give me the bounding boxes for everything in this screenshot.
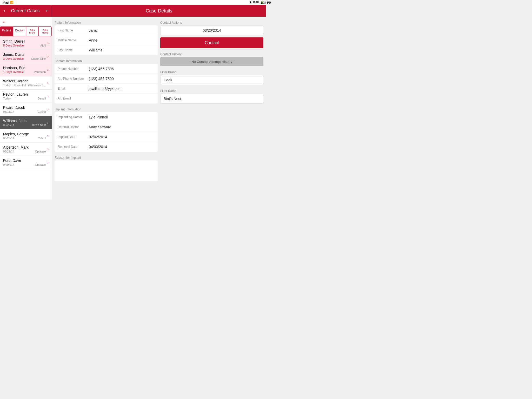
chevron-icon: › <box>47 54 49 58</box>
case-brand: Bird's Nest <box>32 123 46 127</box>
case-sub: 3 Days Overdue Option Elite <box>3 57 46 60</box>
search-icon[interactable]: ⌕ <box>3 19 5 24</box>
case-item[interactable]: Ford, Dave 04/04/14 Optease › <box>0 156 52 169</box>
case-sub: 03/11/14 Celect <box>3 110 46 113</box>
case-date: 03/29/14 <box>3 150 14 153</box>
detail-right-column: Contact Actions 03/20/2014 Contact Conta… <box>160 19 263 184</box>
email-label: Email <box>58 87 89 90</box>
tab-patient[interactable]: Patient <box>0 26 13 36</box>
patient-info-label: Patient Information <box>55 19 158 25</box>
filter-brand-label: Filter Brand <box>160 69 263 75</box>
filter-name-value: Bird's Nest <box>160 94 263 104</box>
alt-phone-value: (123) 456-7890 <box>89 77 155 81</box>
last-name-value: Williams <box>89 48 155 52</box>
add-case-button[interactable]: + <box>45 8 48 14</box>
case-name: Albertson, Mark <box>3 145 46 149</box>
wifi-icon: 📶 <box>10 1 14 4</box>
case-item[interactable]: Jones, Diana 3 Days Overdue Option Elite… <box>0 50 52 63</box>
middle-name-label: Middle Name <box>58 38 89 42</box>
case-item[interactable]: Picard, Jacob 03/11/14 Celect › <box>0 103 52 116</box>
ipad-label: iPad <box>3 1 9 4</box>
implant-date-label: Implant Date <box>58 135 89 139</box>
app-container: ‹ Current Cases + ⌕ Patient Doctor Filte… <box>0 5 266 200</box>
case-date: Today <box>3 97 11 100</box>
case-brand: Celect <box>38 137 46 140</box>
contact-info-card: Phone Number (123) 456-7896 Alt. Phone N… <box>55 64 158 103</box>
chevron-icon: › <box>47 94 49 98</box>
case-item[interactable]: Harrison, Eric 1 Days Overdue Venatech › <box>0 63 52 76</box>
case-sub: 03/25/14 Celect <box>3 137 46 140</box>
case-date: 03/20/14 <box>3 123 14 127</box>
case-date: 03/11/14 <box>3 110 14 113</box>
contact-history-section: Contact History --No Contact Attempt His… <box>160 51 263 66</box>
contact-button[interactable]: Contact <box>160 37 263 48</box>
chevron-icon: › <box>47 81 49 85</box>
alt-phone-label: Alt. Phone Number <box>58 77 89 81</box>
case-sub: 04/04/14 Optease <box>3 163 46 166</box>
chevron-icon: › <box>47 107 49 111</box>
last-name-row: Last Name Williams <box>55 45 158 55</box>
tab-filter-name[interactable]: Filter Name <box>39 26 52 36</box>
case-content: Walters, Jordan Today Greenfield (Stainl… <box>3 79 46 87</box>
case-content: Harrison, Eric 1 Days Overdue Venatech <box>3 66 46 74</box>
tab-doctor[interactable]: Doctor <box>13 26 26 36</box>
contact-info-section: Contact Information Phone Number (123) 4… <box>55 58 158 103</box>
phone-value: (123) 456-7896 <box>89 67 155 71</box>
contact-actions-section: Contact Actions 03/20/2014 Contact <box>160 19 263 48</box>
case-item[interactable]: Albertson, Mark 03/29/14 Optease › <box>0 143 52 156</box>
case-item-selected[interactable]: Williams, Jana 03/20/14 Bird's Nest › <box>0 116 52 129</box>
case-brand: Option Elite <box>31 57 46 60</box>
right-panel: Case Details Patient Information First N… <box>52 5 266 200</box>
chevron-icon: › <box>47 68 49 72</box>
case-name: Peyton, Lauren <box>3 92 46 96</box>
filter-name-label: Filter Name <box>160 88 263 94</box>
referral-doctor-row: Referral Doctor Mary Steward <box>55 122 158 132</box>
detail-left-column: Patient Information First Name Jana Midd… <box>55 19 158 184</box>
case-sub: 5 Days Overdue ALN <box>3 44 46 47</box>
chevron-icon: › <box>47 41 49 45</box>
case-item[interactable]: Walters, Jordan Today Greenfield (Stainl… <box>0 76 52 90</box>
contact-actions-label: Contact Actions <box>160 19 263 25</box>
case-brand: ALN <box>40 44 46 47</box>
case-date: 3 Days Overdue <box>3 57 24 60</box>
case-brand: Optease <box>35 163 46 166</box>
case-item[interactable]: Smith, Darrell 5 Days Overdue ALN › <box>0 37 52 50</box>
implant-info-label: Implant Information <box>55 106 158 112</box>
case-name: Maples, George <box>3 132 46 136</box>
case-content: Maples, George 03/25/14 Celect <box>3 132 46 140</box>
case-date: Today <box>3 84 11 87</box>
first-name-value: Jana <box>89 28 155 32</box>
implant-info-card: Implanting Doctor Lyle Purnell Referral … <box>55 112 158 152</box>
alt-email-label: Alt. Email <box>58 97 89 100</box>
implanting-doctor-value: Lyle Purnell <box>89 115 155 119</box>
case-content: Peyton, Lauren Today Denali <box>3 92 46 100</box>
middle-name-row: Middle Name Anne <box>55 35 158 45</box>
email-row: Email jawilliams@yyx.com <box>55 84 158 94</box>
left-panel-title: Current Cases <box>11 8 40 14</box>
implant-info-section: Implant Information Implanting Doctor Ly… <box>55 106 158 152</box>
implanting-doctor-row: Implanting Doctor Lyle Purnell <box>55 112 158 122</box>
case-brand: Celect <box>38 110 46 113</box>
case-name: Jones, Diana <box>3 52 46 57</box>
case-name: Walters, Jordan <box>3 79 46 83</box>
contact-date-box: 03/20/2014 <box>160 25 263 35</box>
case-date: 04/04/14 <box>3 163 14 166</box>
phone-row: Phone Number (123) 456-7896 <box>55 64 158 74</box>
reason-label: Reason for Implant <box>55 154 158 161</box>
bluetooth-icon: ✱ <box>249 1 251 4</box>
back-button[interactable]: ‹ <box>4 8 5 14</box>
case-name: Smith, Darrell <box>3 39 46 43</box>
phone-label: Phone Number <box>58 67 89 71</box>
case-item[interactable]: Peyton, Lauren Today Denali › <box>0 90 52 103</box>
case-name: Picard, Jacob <box>3 105 46 110</box>
case-brand: Denali <box>38 97 46 100</box>
implanting-doctor-label: Implanting Doctor <box>58 115 89 119</box>
chevron-icon: › <box>47 160 49 164</box>
left-header: ‹ Current Cases + <box>0 5 52 17</box>
tab-filter-brand[interactable]: Filter Brand <box>26 26 39 36</box>
filter-brand-section: Filter Brand Cook <box>160 69 263 85</box>
retrieval-date-row: Retrieval Date 04/03/2014 <box>55 142 158 152</box>
case-brand: Greenfield (Stainless S... <box>14 84 46 87</box>
case-content: Williams, Jana 03/20/14 Bird's Nest <box>3 119 46 127</box>
case-item[interactable]: Maples, George 03/25/14 Celect › <box>0 129 52 143</box>
